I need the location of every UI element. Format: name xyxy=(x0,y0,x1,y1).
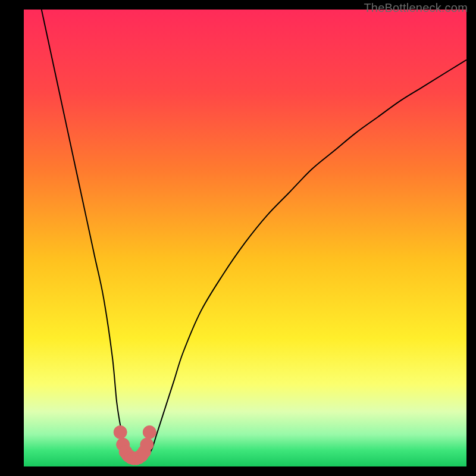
plot-area xyxy=(24,10,466,466)
marker-group xyxy=(114,425,156,465)
attribution-label: TheBottleneck.com xyxy=(364,1,468,15)
curve-marker xyxy=(114,425,127,439)
curve-marker xyxy=(140,438,154,451)
curve-layer xyxy=(24,10,466,466)
bottleneck-curve xyxy=(42,10,466,459)
curve-marker xyxy=(143,425,156,439)
chart-stage: TheBottleneck.com xyxy=(0,0,476,476)
